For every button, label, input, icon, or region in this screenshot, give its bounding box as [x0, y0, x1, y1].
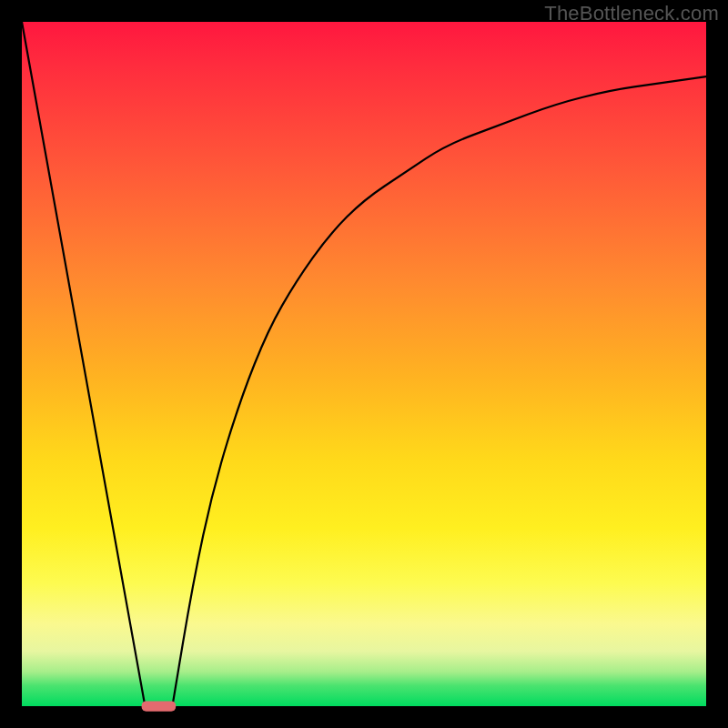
chart-frame: TheBottleneck.com [0, 0, 728, 728]
curve-layer [22, 22, 706, 706]
curve-right-branch [172, 76, 706, 706]
minimum-marker [142, 701, 177, 711]
curve-left-branch [22, 22, 145, 706]
plot-area [22, 22, 706, 706]
